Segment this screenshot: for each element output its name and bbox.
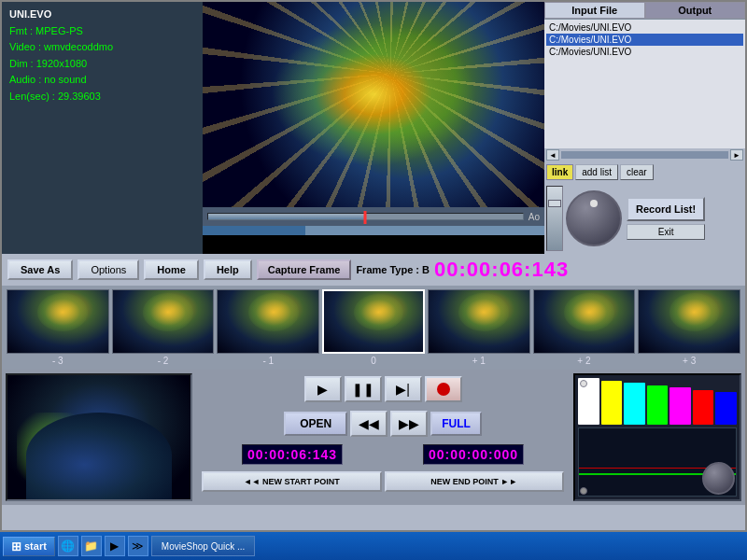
length-info: Len(sec) : 29.39603 bbox=[9, 89, 195, 105]
transport-row: ▶ ❚❚ ▶| bbox=[197, 373, 569, 405]
play-button[interactable]: ▶ bbox=[304, 376, 342, 402]
video-preview: Ao bbox=[203, 2, 544, 254]
link-row: link add list clear bbox=[544, 161, 745, 183]
thumb-image bbox=[428, 289, 530, 354]
progress-bar bbox=[203, 226, 544, 235]
controls-panel: ▶ ❚❚ ▶| OPEN ◀◀ ▶▶ FULL 00:00:06:143 00:… bbox=[197, 373, 569, 501]
home-button[interactable]: Home bbox=[144, 259, 199, 280]
right-buttons: Record List! Exit bbox=[625, 195, 707, 242]
color-bar-green bbox=[647, 385, 669, 426]
save-as-button[interactable]: Save As bbox=[7, 259, 73, 280]
thumbnail-plus1: + 1 bbox=[428, 289, 530, 366]
thumb-image bbox=[322, 289, 425, 354]
help-button[interactable]: Help bbox=[204, 259, 252, 280]
new-end-point-button[interactable]: NEW END POINT ►► bbox=[385, 471, 565, 492]
clear-button[interactable]: clear bbox=[620, 164, 654, 180]
horizontal-scrollbar: ◄ ► bbox=[544, 148, 745, 161]
record-button[interactable] bbox=[425, 376, 462, 402]
taskbar: ⊞ start 🌐 📁 ▶ ≫ MovieShop Quick ... bbox=[0, 532, 747, 560]
thumb-label: + 1 bbox=[472, 356, 486, 366]
file-item[interactable]: C:/Movies/UNI.EVO bbox=[546, 21, 743, 34]
exit-button[interactable]: Exit bbox=[627, 224, 705, 240]
knob[interactable] bbox=[566, 190, 622, 246]
knob-dot bbox=[590, 200, 598, 207]
frame-type-label: Frame Type : B bbox=[356, 264, 430, 275]
thumb-label: - 3 bbox=[52, 356, 63, 366]
thumb-image bbox=[638, 289, 740, 354]
led-top bbox=[580, 380, 587, 387]
color-bar-red bbox=[693, 390, 714, 426]
add-list-button[interactable]: add list bbox=[575, 164, 618, 180]
color-bar-yellow bbox=[601, 381, 623, 426]
taskbar-icon-folder[interactable]: 📁 bbox=[81, 536, 102, 556]
format-info: Fmt : MPEG-PS bbox=[9, 23, 195, 40]
info-panel: UNI.EVO Fmt : MPEG-PS Video : wmvdecoddm… bbox=[2, 2, 203, 254]
pause-button[interactable]: ❚❚ bbox=[345, 376, 382, 402]
thumb-label: - 2 bbox=[158, 356, 169, 366]
waveform-knob[interactable] bbox=[702, 462, 735, 495]
windows-logo-icon: ⊞ bbox=[11, 539, 21, 553]
taskbar-icon-media[interactable]: ▶ bbox=[105, 536, 125, 556]
file-item[interactable]: C:/Movies/UNI.EVO bbox=[546, 46, 743, 58]
thumb-label: + 2 bbox=[577, 356, 590, 366]
dim-info: Dim : 1920x1080 bbox=[9, 56, 195, 73]
progress-fill bbox=[203, 226, 305, 235]
thumbnail-plus3: + 3 bbox=[638, 289, 740, 366]
bottom-section: ▶ ❚❚ ▶| OPEN ◀◀ ▶▶ FULL 00:00:06:143 00:… bbox=[2, 370, 745, 505]
thumbnail-current: 0 bbox=[322, 289, 425, 366]
scrubber-thumb bbox=[364, 211, 367, 224]
taskbar-icon-ie[interactable]: 🌐 bbox=[58, 536, 78, 556]
scrubber-bar: Ao bbox=[203, 207, 544, 226]
thumb-image bbox=[7, 289, 109, 354]
thumbnail-minus3: - 3 bbox=[7, 289, 109, 366]
link-button[interactable]: link bbox=[546, 164, 573, 180]
timecode-row: 00:00:06:143 00:00:00:000 bbox=[197, 442, 569, 467]
output-tab[interactable]: Output bbox=[645, 2, 746, 19]
ao-label: Ao bbox=[529, 212, 540, 222]
top-section: UNI.EVO Fmt : MPEG-PS Video : wmvdecoddm… bbox=[2, 2, 745, 254]
taskbar-icon-extra[interactable]: ≫ bbox=[128, 536, 148, 556]
fast-forward-button[interactable]: ▶▶ bbox=[390, 411, 428, 437]
record-list-button[interactable]: Record List! bbox=[627, 197, 705, 221]
led-bottom bbox=[580, 487, 587, 495]
rewind-button[interactable]: ◀◀ bbox=[350, 411, 388, 437]
capture-frame-button[interactable]: Capture Frame bbox=[257, 259, 352, 280]
scroll-left-btn[interactable]: ◄ bbox=[546, 149, 559, 161]
color-bar-magenta bbox=[669, 387, 691, 425]
thumb-image bbox=[112, 289, 215, 354]
preview-thumbnail bbox=[6, 373, 192, 501]
taskbar-app-movieshop[interactable]: MovieShop Quick ... bbox=[151, 536, 255, 556]
file-item-selected[interactable]: C:/Movies/UNI.EVO bbox=[546, 34, 743, 46]
endpoint-row: ◄◄ NEW START POINT NEW END POINT ►► bbox=[197, 469, 569, 494]
color-bars bbox=[578, 378, 737, 425]
input-file-header: Input File Output bbox=[544, 2, 745, 20]
start-label: start bbox=[24, 540, 47, 552]
app-title: UNI.EVO bbox=[9, 7, 195, 23]
options-button[interactable]: Options bbox=[78, 259, 139, 280]
buttons-row: Save As Options Home Help Capture Frame … bbox=[2, 254, 745, 286]
current-timecode: 00:00:06:143 bbox=[242, 444, 343, 465]
end-timecode: 00:00:00:000 bbox=[423, 444, 524, 465]
start-button[interactable]: ⊞ start bbox=[3, 537, 55, 556]
scroll-right-btn[interactable]: ► bbox=[730, 149, 743, 161]
scroll-track[interactable] bbox=[561, 151, 728, 159]
preview-earth bbox=[26, 413, 173, 499]
video-earth bbox=[203, 2, 544, 207]
waveform-panel bbox=[573, 373, 741, 501]
color-bar-cyan bbox=[624, 383, 645, 425]
full-button[interactable]: FULL bbox=[430, 412, 482, 436]
input-file-tab[interactable]: Input File bbox=[544, 2, 645, 19]
app-window: UNI.EVO Fmt : MPEG-PS Video : wmvdecoddm… bbox=[0, 0, 747, 532]
earth-glow bbox=[271, 22, 476, 166]
step-forward-button[interactable]: ▶| bbox=[385, 376, 422, 402]
new-start-point-button[interactable]: ◄◄ NEW START POINT bbox=[202, 471, 382, 492]
thumb-image bbox=[533, 289, 636, 354]
open-button[interactable]: OPEN bbox=[284, 412, 347, 436]
thumbnail-plus2: + 2 bbox=[533, 289, 636, 366]
thumb-image bbox=[217, 289, 319, 354]
video-info: Video : wmvdecoddmo bbox=[9, 39, 195, 56]
thumbnail-minus2: - 2 bbox=[112, 289, 215, 366]
volume-slider[interactable] bbox=[546, 186, 563, 251]
scrubber-fill bbox=[208, 214, 365, 219]
scrubber-track[interactable] bbox=[207, 213, 524, 220]
